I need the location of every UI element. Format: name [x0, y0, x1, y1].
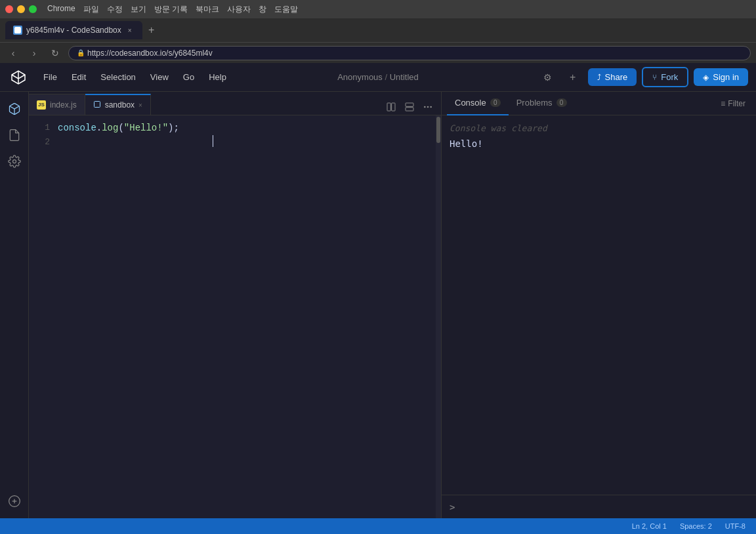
menu-help[interactable]: Help — [202, 70, 233, 85]
filter-icon: ≡ — [721, 99, 725, 108]
menu-view[interactable]: View — [144, 70, 175, 85]
sidebar-icon-explorer[interactable] — [3, 97, 26, 121]
status-cursor-position: Ln 2, Col 1 — [632, 522, 667, 530]
console-tabs: Console 0 Problems 0 ≡ Filter — [442, 92, 756, 115]
console-body: Console was cleared Hello! — [442, 115, 756, 495]
problems-tab-label: Problems — [516, 98, 553, 108]
title-user: Anonymous — [337, 72, 383, 82]
editor-scroll-thumb — [436, 117, 440, 143]
share-label: Share — [605, 72, 628, 82]
svg-point-2 — [12, 160, 16, 163]
svg-rect-10 — [406, 108, 413, 111]
filter-label: Filter — [728, 99, 746, 108]
editor-tab-close-sandbox[interactable]: × — [138, 102, 142, 109]
csb-editor-area: JS index.js sandbox × — [29, 92, 441, 518]
fork-label: Fork — [661, 72, 678, 82]
ssl-lock-icon: 🔒 — [77, 49, 85, 56]
console-actions: ≡ Filter — [715, 96, 751, 111]
svg-rect-8 — [392, 103, 395, 111]
csb-menubar: File Edit Selection View Go Help Anonymo… — [0, 63, 756, 92]
add-button[interactable]: + — [563, 68, 583, 87]
maximize-window-button[interactable] — [29, 5, 37, 13]
chrome-menu-item-file[interactable]: 파일 — [83, 4, 99, 15]
csb-logo[interactable] — [8, 67, 29, 88]
new-tab-button[interactable]: + — [142, 21, 161, 39]
csb-sidebar — [0, 92, 29, 518]
svg-rect-9 — [406, 103, 413, 106]
chrome-menu-item-window[interactable]: 창 — [259, 4, 266, 15]
line-number-1: 1 — [29, 121, 50, 135]
editor-tab-sandbox[interactable]: sandbox × — [85, 94, 151, 115]
chrome-menu-item-help[interactable]: 도움말 — [274, 4, 298, 15]
tab-favicon — [13, 26, 22, 35]
back-button[interactable]: ‹ — [5, 45, 21, 61]
console-tab-label: Console — [455, 98, 486, 108]
fork-button[interactable]: ⑂ Fork — [642, 67, 688, 87]
editor-tab-label-index: index.js — [50, 100, 77, 110]
fork-icon: ⑂ — [652, 73, 657, 82]
browser-tab[interactable]: y6845ml4v - CodeSandbox × — [5, 21, 142, 39]
codesandbox-app: File Edit Selection View Go Help Anonymo… — [0, 63, 756, 534]
js-file-icon: JS — [37, 100, 46, 110]
console-cleared-message: Console was cleared — [450, 123, 748, 133]
minimize-window-button[interactable] — [17, 5, 25, 13]
share-button[interactable]: ⤴ Share — [588, 68, 637, 86]
code-editor[interactable]: 1 2 console.log("Hello!"); — [29, 115, 441, 518]
console-tab-problems[interactable]: Problems 0 — [509, 92, 575, 115]
menu-file[interactable]: File — [37, 70, 64, 85]
browser-tab-close[interactable]: × — [125, 26, 135, 35]
chrome-menu-item-edit[interactable]: 수정 — [107, 4, 123, 15]
refresh-button[interactable]: ↻ — [47, 45, 63, 61]
csb-statusbar: Ln 2, Col 1 Spaces: 2 UTF-8 — [0, 518, 756, 534]
status-spaces: Spaces: 2 — [680, 522, 712, 530]
split-horizontal-button[interactable] — [383, 99, 399, 115]
code-content[interactable]: console.log("Hello!"); — [55, 115, 441, 518]
chrome-os-bar: Chrome 파일 수정 보기 방문 기록 북마크 사용자 창 도움말 — [0, 0, 756, 18]
menu-edit[interactable]: Edit — [65, 70, 93, 85]
sidebar-icon-add[interactable] — [3, 489, 26, 513]
menu-selection[interactable]: Selection — [94, 70, 142, 85]
editor-tab-index-js[interactable]: JS index.js — [29, 94, 85, 115]
chrome-menu-item-view[interactable]: 보기 — [131, 4, 146, 15]
chrome-menu-item-chrome[interactable]: Chrome — [47, 4, 75, 15]
chrome-menu-item-users[interactable]: 사용자 — [227, 4, 251, 15]
url-input[interactable]: 🔒 https://codesandbox.io/s/y6845ml4v — [68, 46, 751, 60]
forward-button[interactable]: › — [26, 45, 42, 61]
console-prompt-icon: > — [450, 502, 455, 512]
sidebar-icon-settings[interactable] — [3, 150, 26, 173]
status-encoding: UTF-8 — [725, 522, 746, 530]
csb-file-icon — [93, 100, 101, 110]
console-badge: 0 — [490, 98, 501, 107]
console-output: Hello! — [450, 138, 748, 149]
csb-menu-items: File Edit Selection View Go Help — [37, 70, 538, 85]
settings-button[interactable]: ⚙ — [538, 68, 558, 87]
console-tab-console[interactable]: Console 0 — [447, 92, 509, 115]
more-options-button[interactable] — [420, 99, 436, 115]
csb-workspace: JS index.js sandbox × — [0, 92, 756, 518]
browser-tab-title: y6845ml4v - CodeSandbox — [26, 26, 121, 35]
svg-rect-0 — [14, 27, 21, 33]
chrome-menu-item-bookmarks[interactable]: 북마크 — [196, 4, 219, 15]
line-number-2: 2 — [29, 135, 50, 150]
console-filter-button[interactable]: ≡ Filter — [715, 96, 751, 111]
chrome-menu-item-history[interactable]: 방문 기록 — [154, 4, 188, 15]
svg-rect-7 — [387, 103, 390, 111]
line-numbers: 1 2 — [29, 115, 55, 518]
url-text: https://codesandbox.io/s/y6845ml4v — [87, 49, 213, 58]
editor-tabs: JS index.js sandbox × — [29, 92, 441, 115]
sidebar-icon-files[interactable] — [3, 123, 26, 147]
split-vertical-button[interactable] — [402, 99, 417, 115]
editor-scroll-indicator[interactable] — [436, 115, 441, 518]
browser-tab-bar: y6845ml4v - CodeSandbox × + — [0, 18, 756, 42]
svg-point-13 — [430, 106, 431, 107]
signin-icon: ◈ — [703, 73, 709, 82]
signin-button[interactable]: ◈ Sign in — [694, 68, 748, 86]
svg-point-11 — [425, 106, 425, 107]
text-cursor — [213, 135, 213, 147]
console-input-area: > — [442, 495, 756, 518]
close-window-button[interactable] — [5, 5, 13, 13]
menu-go[interactable]: Go — [177, 70, 201, 85]
title-project: Untitled — [390, 72, 419, 82]
csb-actions: ⚙ + ⤴ Share ⑂ Fork ◈ Sign in — [538, 67, 748, 87]
share-icon: ⤴ — [597, 73, 601, 82]
